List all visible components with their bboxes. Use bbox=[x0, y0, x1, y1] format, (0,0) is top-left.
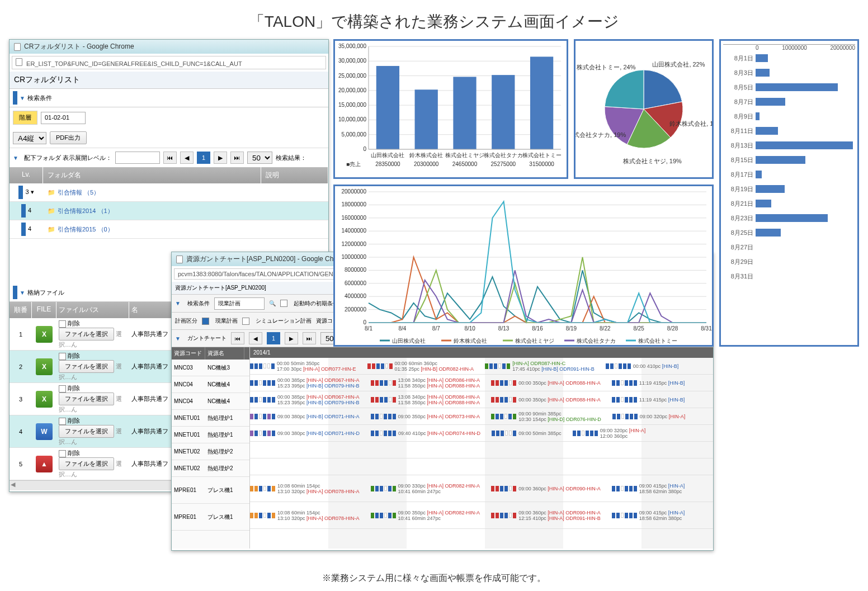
search-bar[interactable]: ▼ 検索条件 bbox=[10, 89, 328, 107]
plan-chk2[interactable] bbox=[242, 318, 249, 325]
xls-icon[interactable]: X bbox=[36, 326, 53, 343]
svg-text:28350000: 28350000 bbox=[375, 161, 400, 167]
hbar-row: 8月11日 bbox=[723, 124, 855, 138]
svg-text:株式会社タナカ: 株式会社タナカ bbox=[483, 152, 523, 158]
gantt-resource-row: MNETU02熱処理炉2 bbox=[172, 460, 249, 477]
svg-text:20000000: 20000000 bbox=[342, 188, 367, 195]
search-input[interactable]: 現業計画 bbox=[214, 297, 265, 310]
scroll-left-icon[interactable]: ◀ bbox=[11, 481, 15, 488]
line-chart-panel: 0200000040000006000000800000010000000120… bbox=[333, 185, 714, 347]
svg-text:20,000,000: 20,000,000 bbox=[338, 87, 366, 93]
gantt-lane[interactable]: 00:00 385pc [HIN-A] ODR067-HIN-A15:23 39… bbox=[250, 391, 713, 408]
gantt-resource-row: MNC04NC機械4 bbox=[172, 393, 249, 410]
url-text: ER_LIST_TOP&FUNC_ID=GENERALFREE&IS_CHILD… bbox=[26, 60, 242, 67]
svg-text:鈴木株式会社: 鈴木株式会社 bbox=[409, 152, 443, 158]
col-file: FILE bbox=[32, 302, 56, 318]
chevron-down-icon: ▼ bbox=[20, 290, 25, 296]
level-label: 階層 bbox=[13, 111, 37, 125]
chevron-down-icon: ▼ bbox=[20, 95, 25, 101]
doc-icon[interactable]: W bbox=[36, 423, 53, 440]
chrome-title-text: 資源ガントチャート[ASP_PLN0200] - Google Chrome bbox=[186, 254, 349, 264]
pager-last[interactable]: ⏭ bbox=[230, 152, 244, 164]
svg-text:5,000,000: 5,000,000 bbox=[342, 131, 367, 138]
svg-text:山田株式会社, 22%: 山田株式会社, 22% bbox=[652, 61, 705, 68]
gantt-lane[interactable]: 10:08 60min 154pc13:10 320pc [HIN-A] ODR… bbox=[250, 502, 713, 529]
folder-row[interactable]: 4 📁引合情報2015 （0） bbox=[10, 220, 328, 239]
plan-chk1[interactable] bbox=[202, 318, 209, 325]
choose-file-button[interactable]: ファイルを選択 bbox=[59, 457, 114, 470]
choose-file-button[interactable]: ファイルを選択 bbox=[59, 328, 114, 341]
bar-chart-panel: 05,000,00010,000,00015,000,00020,000,000… bbox=[333, 39, 568, 179]
gantt-lane[interactable]: 00:00 385pc [HIN-A] ODR067-HIN-A15:23 39… bbox=[250, 375, 713, 391]
level-input[interactable]: 01-02-01 bbox=[41, 112, 86, 124]
delete-checkbox[interactable] bbox=[59, 418, 66, 425]
svg-text:0: 0 bbox=[363, 319, 366, 325]
pager-next[interactable]: ▶ bbox=[214, 152, 227, 164]
svg-text:鈴木株式会社, 16%: 鈴木株式会社, 16% bbox=[669, 120, 712, 127]
folder-row[interactable]: 4 📁引合情報2014 （1） bbox=[10, 202, 328, 220]
expand-input[interactable] bbox=[115, 152, 160, 164]
gantt-left-pane: 資源コード 資源名 MNC03NC機械3MNC04NC機械4MNC04NC機械4… bbox=[172, 347, 250, 549]
choose-file-button[interactable]: ファイルを選択 bbox=[59, 360, 114, 373]
svg-text:30,000,000: 30,000,000 bbox=[338, 58, 366, 64]
startup-checkbox[interactable] bbox=[280, 300, 287, 307]
svg-text:鈴木株式会社: 鈴木株式会社 bbox=[454, 338, 487, 344]
svg-text:20300000: 20300000 bbox=[414, 161, 439, 167]
delete-checkbox[interactable] bbox=[59, 353, 66, 360]
svg-text:8/1: 8/1 bbox=[365, 325, 372, 332]
delete-checkbox[interactable] bbox=[59, 320, 66, 328]
svg-text:山田株式会社: 山田株式会社 bbox=[392, 338, 426, 344]
hbar-axis: 0 10000000 20000000 bbox=[723, 44, 855, 51]
page-size-select[interactable]: 50 bbox=[247, 152, 272, 164]
svg-text:14000000: 14000000 bbox=[342, 228, 367, 234]
page-title: 「TALON」で構築された業務システム画面イメージ bbox=[0, 0, 868, 39]
svg-text:株式会社タナカ: 株式会社タナカ bbox=[576, 338, 616, 344]
pager-prev[interactable]: ◀ bbox=[180, 152, 194, 164]
svg-rect-28 bbox=[530, 56, 553, 149]
paper-select[interactable]: A4縦 bbox=[13, 132, 46, 144]
pager-first[interactable]: ⏮ bbox=[231, 332, 244, 344]
delete-checkbox[interactable] bbox=[59, 385, 66, 393]
chrome-url[interactable]: ER_LIST_TOP&FUNC_ID=GENERALFREE&IS_CHILD… bbox=[12, 56, 326, 69]
gantt-lane[interactable]: 09:00 380pc [HIN-B] ODR071-HIN-D 09:40 4… bbox=[250, 425, 713, 442]
search-label: 検索条件 bbox=[27, 94, 52, 102]
svg-text:山田株式会社: 山田株式会社 bbox=[371, 152, 404, 158]
gantt-lane[interactable]: 00:00 50min 350pc17:00 30pc [HIN-A] ODR0… bbox=[250, 358, 713, 375]
gantt-label: ガントチャート bbox=[187, 334, 227, 342]
gantt-lane[interactable]: 09:00 380pc [HIN-B] ODR071-HIN-A 09:00 3… bbox=[250, 408, 713, 425]
pager-prev[interactable]: ◀ bbox=[249, 332, 262, 344]
blue-marker bbox=[13, 91, 17, 105]
hbar-chart-panel: 0 10000000 20000000 8月1日8月3日8月5日8月7日8月9日… bbox=[719, 39, 859, 347]
pdf-icon[interactable]: ▲ bbox=[36, 456, 53, 472]
delete-checkbox[interactable] bbox=[59, 450, 66, 457]
pager-first[interactable]: ⏮ bbox=[163, 152, 177, 164]
gantt-right-pane[interactable]: 2014/1 00:00 50min 350pc17:00 30pc [HIN-… bbox=[250, 347, 713, 549]
gantt-resource-row: MPRE01プレス機1 bbox=[172, 477, 249, 504]
svg-text:8/25: 8/25 bbox=[633, 325, 644, 332]
hbar-row: 8月19日 bbox=[723, 182, 855, 196]
search-icon[interactable]: 🔍 bbox=[269, 300, 276, 306]
svg-text:株式会社ミヤジ, 19%: 株式会社ミヤジ, 19% bbox=[622, 158, 682, 164]
svg-text:6000000: 6000000 bbox=[345, 280, 366, 286]
xls-icon[interactable]: X bbox=[36, 358, 53, 375]
gantt-lane[interactable]: 10:08 60min 154pc13:10 320pc [HIN-A] ODR… bbox=[250, 475, 713, 502]
page-icon bbox=[14, 43, 21, 51]
gantt-lane[interactable] bbox=[250, 442, 713, 458]
gantt-lane[interactable] bbox=[250, 458, 713, 475]
choose-file-button[interactable]: ファイルを選択 bbox=[59, 425, 114, 438]
pdf-button[interactable]: PDF出力 bbox=[50, 131, 87, 144]
choose-file-button[interactable]: ファイルを選択 bbox=[59, 393, 114, 405]
col-name: フォルダ名 bbox=[43, 167, 261, 183]
folder-row[interactable]: 3 ▾ 📁引合情報 （5） bbox=[10, 183, 328, 202]
hbar-row: 8月29日 bbox=[723, 254, 855, 269]
bar-chart: 05,000,00010,000,00015,000,00020,000,000… bbox=[335, 41, 567, 177]
gantt-resource-row: MNC03NC機械3 bbox=[172, 360, 249, 376]
hbar-row: 8月31日 bbox=[723, 269, 855, 283]
svg-text:16000000: 16000000 bbox=[342, 215, 367, 221]
chevron-down-icon: ▼ bbox=[175, 335, 181, 342]
svg-text:10,000,000: 10,000,000 bbox=[338, 116, 366, 122]
pager-last[interactable]: ⏭ bbox=[303, 332, 316, 344]
svg-rect-16 bbox=[376, 66, 399, 149]
xls-icon[interactable]: X bbox=[36, 391, 53, 408]
pager-next[interactable]: ▶ bbox=[285, 332, 298, 344]
